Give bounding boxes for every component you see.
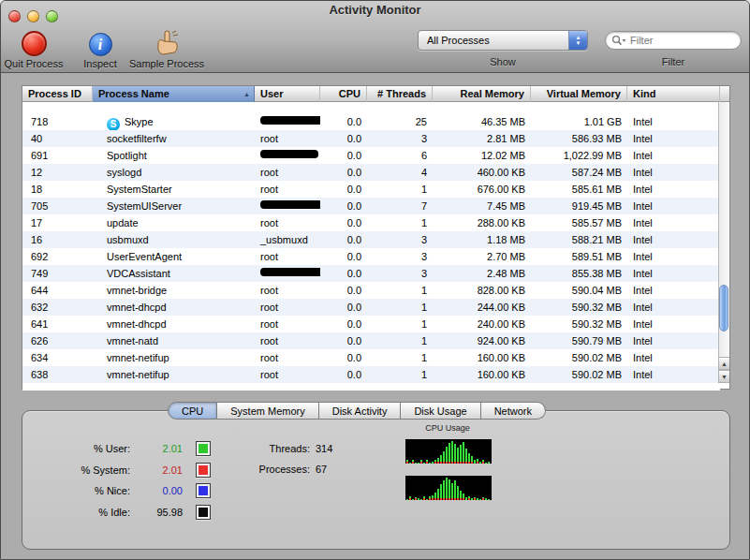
process-row-vmnet-netifup-638[interactable]: 638vmnet-netifuproot0.01160.00 KB590.02 …: [22, 366, 720, 383]
processes-value: 67: [316, 462, 327, 478]
cell-cpu: 0.0: [320, 299, 367, 316]
column-header-cpu[interactable]: CPU: [320, 86, 367, 102]
stat-value-idle: 95.98: [138, 505, 183, 521]
cell-kind: Intel: [627, 265, 720, 282]
search-icon[interactable]: [611, 34, 626, 51]
cell-virtual-memory: 590.32 MB: [531, 299, 627, 316]
column-header-user[interactable]: User: [255, 86, 320, 102]
process-row-vmnet-dhcpd-641[interactable]: 641vmnet-dhcpdroot0.01240.00 KB590.32 MB…: [22, 316, 720, 332]
cell-virtual-memory: 1.01 GB: [531, 113, 627, 130]
process-row-update-17[interactable]: 17updateroot0.01288.00 KB585.57 MBIntel: [22, 214, 720, 231]
cell-pid: 718: [22, 113, 93, 130]
cell-kind: Intel: [627, 316, 720, 332]
cell-kind: Intel: [627, 214, 720, 231]
cell-pid: 692: [22, 248, 93, 265]
column-header-virtual-memory[interactable]: Virtual Memory: [531, 86, 627, 102]
cell-process-name: UserEventAgent: [93, 248, 255, 265]
cell-virtual-memory: 590.04 MB: [531, 282, 627, 299]
cell-pid: 644: [22, 282, 93, 299]
scroll-down-button[interactable]: ▼: [718, 370, 729, 383]
show-processes-popup[interactable]: All Processes ▲▼: [418, 30, 588, 51]
scrollbar-thumb[interactable]: [719, 285, 728, 332]
table-body: 718SSkype0.02546.35 MB1.01 GBIntel40sock…: [22, 102, 720, 391]
cell-virtual-memory: 587.24 MB: [531, 164, 627, 181]
cell-user: [255, 265, 320, 282]
cell-threads: 1: [367, 332, 433, 349]
filter-field: [605, 31, 742, 50]
quit-process-button[interactable]: Quit Process: [3, 22, 65, 69]
cell-process-name: update: [93, 214, 255, 231]
process-row-vmnet-natd-626[interactable]: 626vmnet-natdroot0.01924.00 KB590.79 MBI…: [22, 332, 720, 349]
process-row-socketfilterfw-40[interactable]: 40socketfilterfwroot0.032.81 MB586.93 MB…: [22, 130, 720, 147]
stat-value-user: 2.01: [138, 441, 183, 457]
column-header-process-id[interactable]: Process ID: [22, 86, 93, 102]
cell-user: root: [255, 164, 320, 181]
cell-pid: 18: [22, 181, 93, 198]
cell-process-name: SystemStarter: [93, 181, 255, 198]
cell-pid: 638: [22, 366, 93, 383]
cell-user: root: [255, 282, 320, 299]
inspect-button[interactable]: i Inspect: [76, 22, 125, 69]
cell-process-name: vmnet-dhcpd: [93, 316, 255, 332]
skype-icon: S: [107, 118, 120, 130]
process-row-vmnet-netifup-634[interactable]: 634vmnet-netifuproot0.01160.00 KB590.02 …: [22, 349, 720, 366]
cell-process-name: vmnet-netifup: [93, 366, 255, 383]
cell-threads: 3: [367, 248, 433, 265]
process-row-systemstarter-18[interactable]: 18SystemStarterroot0.01676.00 KB585.61 M…: [22, 181, 720, 198]
process-row-syslogd-12[interactable]: 12syslogdroot0.04460.00 KB587.24 MBIntel: [22, 164, 720, 181]
cell-pid: 12: [22, 164, 93, 181]
cell-real-memory: 12.02 MB: [433, 147, 531, 164]
cell-threads: 1: [367, 299, 433, 316]
cell-virtual-memory: 590.02 MB: [531, 349, 627, 366]
column-header-threads[interactable]: # Threads: [367, 86, 433, 102]
cell-virtual-memory: 589.51 MB: [531, 248, 627, 265]
process-row-skype-718[interactable]: 718SSkype0.02546.35 MB1.01 GBIntel: [22, 113, 720, 130]
popup-arrows-icon: ▲▼: [568, 31, 587, 50]
cell-threads: 3: [367, 130, 433, 147]
cell-process-name: socketfilterfw: [93, 130, 255, 147]
cell-pid: 641: [22, 316, 93, 332]
user-color-well[interactable]: [196, 441, 211, 456]
scroll-up-button[interactable]: ▲: [718, 357, 729, 370]
cell-process-name: SystemUIServer: [93, 198, 255, 214]
quit-process-label: Quit Process: [5, 58, 64, 69]
cell-cpu: 0.0: [320, 366, 367, 383]
process-row-usbmuxd-16[interactable]: 16usbmuxd_usbmuxd0.031.18 MB588.21 MBInt…: [22, 231, 720, 248]
cell-pid: 40: [22, 130, 93, 147]
column-header-kind[interactable]: Kind: [627, 86, 720, 102]
nice-color-well[interactable]: [196, 483, 211, 498]
cell-threads: 6: [367, 147, 433, 164]
cell-virtual-memory: 585.57 MB: [531, 214, 627, 231]
idle-color-well[interactable]: [196, 505, 211, 520]
process-row-vmnet-dhcpd-632[interactable]: 632vmnet-dhcpdroot0.01244.00 KB590.32 MB…: [22, 299, 720, 316]
sample-process-button[interactable]: Sample Process: [127, 22, 206, 69]
cell-pid: 632: [22, 299, 93, 316]
cell-kind: Intel: [627, 282, 720, 299]
cell-virtual-memory: 588.21 MB: [531, 231, 627, 248]
cell-cpu: 0.0: [320, 198, 367, 214]
threads-value: 314: [316, 441, 332, 457]
process-table: Process IDProcess Name▲UserCPU# ThreadsR…: [22, 85, 730, 390]
process-row-vmnet-bridge-644[interactable]: 644vmnet-bridgeroot0.01828.00 KB590.04 M…: [22, 282, 720, 299]
redacted-user-bar: [260, 116, 320, 125]
process-row-systemuiserver-705[interactable]: 705SystemUIServer0.077.45 MB919.45 MBInt…: [22, 198, 720, 214]
cell-user: root: [255, 332, 320, 349]
table-top-spacer: [22, 102, 720, 113]
cell-kind: Intel: [627, 181, 720, 198]
stat-label-idle: % Idle:: [37, 505, 130, 521]
process-row-vdcassistant-749[interactable]: 749VDCAssistant0.032.48 MB855.38 MBIntel: [22, 265, 720, 282]
cell-threads: 4: [367, 164, 433, 181]
process-row-usereventagent-692[interactable]: 692UserEventAgentroot0.032.70 MB589.51 M…: [22, 248, 720, 265]
column-header-real-memory[interactable]: Real Memory: [433, 86, 531, 102]
cell-cpu: 0.0: [320, 332, 367, 349]
process-row-spotlight-691[interactable]: 691Spotlight0.0612.02 MB1,022.99 MBIntel: [22, 147, 720, 164]
vertical-scrollbar[interactable]: ▲ ▼: [718, 102, 729, 383]
cell-real-memory: 2.81 MB: [433, 130, 531, 147]
column-header-process-name[interactable]: Process Name▲: [93, 86, 255, 102]
cell-process-name: vmnet-natd: [93, 332, 255, 349]
processes-label: Processes:: [235, 462, 310, 478]
system-color-well[interactable]: [196, 463, 211, 478]
cell-pid: 691: [22, 147, 93, 164]
cell-threads: 3: [367, 265, 433, 282]
redacted-user-bar: [260, 150, 318, 158]
